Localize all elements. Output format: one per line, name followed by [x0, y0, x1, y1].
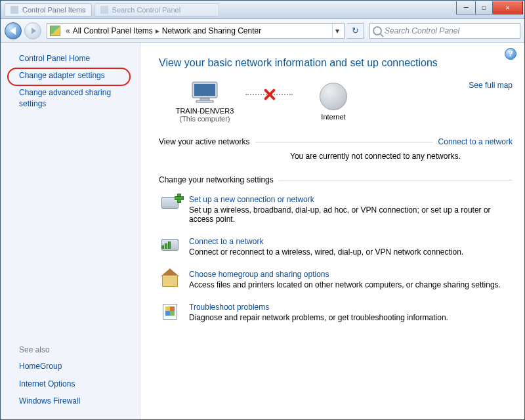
- back-button[interactable]: [5, 22, 22, 39]
- active-networks-section: View your active networks Connect to a n…: [159, 137, 513, 161]
- task-list: Set up a new connection or network Set u…: [159, 188, 513, 329]
- tab-label: Control Panel Items: [22, 6, 86, 14]
- arrow-right-icon: [32, 28, 36, 34]
- homegroup-icon: [159, 270, 181, 288]
- close-button[interactable]: ✕: [493, 1, 523, 14]
- task-setup-connection: Set up a new connection or network Set u…: [159, 188, 513, 230]
- maximize-button[interactable]: ☐: [476, 1, 493, 14]
- main-panel: ? View your basic network information an…: [140, 43, 524, 419]
- arrow-left-icon: [10, 27, 16, 35]
- connect-network-icon: [159, 237, 181, 255]
- network-map-row: TRAIN-DENVER3 (This computer) Internet S…: [159, 81, 513, 123]
- help-icon[interactable]: ?: [505, 48, 516, 60]
- troubleshoot-icon: [159, 303, 181, 321]
- task-troubleshoot: Troubleshoot problems Diagnose and repai…: [159, 296, 513, 329]
- breadcrumb-chevrons: «: [63, 26, 73, 35]
- tab-icon: [100, 6, 108, 14]
- sidebar-link-home[interactable]: Control Panel Home: [19, 53, 131, 64]
- internet-label: Internet: [294, 113, 373, 121]
- divider: [279, 180, 513, 180]
- task-link-setup[interactable]: Set up a new connection or network: [189, 195, 314, 204]
- task-desc: Set up a wireless, broadband, dial-up, a…: [189, 205, 513, 224]
- window-titlebar: Control Panel Items Search Control Panel…: [1, 1, 524, 19]
- connection-status: [245, 81, 293, 123]
- sidebar-link-inetopt[interactable]: Internet Options: [19, 379, 131, 389]
- window: Control Panel Items Search Control Panel…: [0, 0, 525, 420]
- task-link-connect[interactable]: Connect to a network: [189, 237, 263, 246]
- network-map: TRAIN-DENVER3 (This computer) Internet: [165, 81, 373, 123]
- search-field[interactable]: Search Control Panel: [369, 23, 520, 39]
- map-internet: Internet: [294, 83, 373, 121]
- tab-icon: [10, 6, 18, 14]
- sidebar-link-adapter[interactable]: Change adapter settings: [19, 70, 131, 81]
- sidebar: Control Panel Home Change adapter settin…: [1, 43, 140, 419]
- see-also-section: See also HomeGroup Internet Options Wind…: [19, 331, 131, 413]
- control-panel-icon: [50, 26, 60, 36]
- map-this-computer: TRAIN-DENVER3 (This computer): [165, 81, 244, 123]
- see-also-header: See also: [19, 345, 131, 354]
- task-desc: Diagnose and repair network problems, or…: [189, 313, 448, 322]
- computer-icon: [190, 81, 220, 103]
- titlebar-tab-1[interactable]: Control Panel Items: [5, 3, 92, 16]
- computer-name: TRAIN-DENVER3: [165, 107, 244, 115]
- sidebar-link-advanced[interactable]: Change advanced sharing settings: [19, 87, 131, 108]
- change-settings-section: Change your networking settings Set up a…: [159, 175, 513, 329]
- nav-row: « All Control Panel Items ▸ Network and …: [1, 19, 524, 43]
- search-placeholder: Search Control Panel: [385, 26, 459, 35]
- breadcrumb-sep-icon[interactable]: ▸: [153, 26, 162, 35]
- window-buttons: ─ ☐ ✕: [456, 1, 523, 14]
- svg-rect-3: [196, 100, 213, 102]
- breadcrumb-item-network[interactable]: Network and Sharing Center: [162, 26, 261, 35]
- task-desc: Connect or reconnect to a wireless, wire…: [189, 247, 463, 257]
- address-dropdown-icon[interactable]: ▾: [332, 24, 341, 38]
- titlebar-tabs: Control Panel Items Search Control Panel: [1, 3, 456, 16]
- address-bar[interactable]: « All Control Panel Items ▸ Network and …: [47, 23, 345, 39]
- task-connect-network: Connect to a network Connect or reconnec…: [159, 230, 513, 263]
- forward-button[interactable]: [24, 22, 41, 39]
- change-settings-title: Change your networking settings: [159, 175, 274, 184]
- page-title: View your basic network information and …: [159, 57, 513, 69]
- nav-buttons: [5, 22, 44, 40]
- setup-connection-icon: [159, 195, 181, 213]
- minimize-button[interactable]: ─: [456, 1, 476, 14]
- active-networks-title: View your active networks: [159, 137, 250, 146]
- task-homegroup: Choose homegroup and sharing options Acc…: [159, 263, 513, 296]
- sidebar-link-firewall[interactable]: Windows Firewall: [19, 396, 131, 406]
- globe-icon: [320, 83, 347, 110]
- tab-label: Search Control Panel: [112, 6, 181, 14]
- content-area: Control Panel Home Change adapter settin…: [1, 43, 524, 419]
- search-icon: [373, 26, 382, 35]
- svg-rect-1: [194, 84, 215, 96]
- computer-sub: (This computer): [165, 115, 244, 123]
- task-link-homegroup[interactable]: Choose homegroup and sharing options: [189, 270, 329, 279]
- connect-network-link[interactable]: Connect to a network: [438, 137, 513, 146]
- breadcrumb-item-all[interactable]: All Control Panel Items: [73, 26, 153, 35]
- disconnected-x-icon: [262, 87, 276, 102]
- task-link-troubleshoot[interactable]: Troubleshoot problems: [189, 303, 269, 312]
- divider: [255, 142, 433, 142]
- titlebar-tab-2[interactable]: Search Control Panel: [94, 3, 219, 16]
- task-desc: Access files and printers located on oth…: [189, 280, 501, 289]
- not-connected-text: You are currently not connected to any n…: [159, 146, 513, 161]
- refresh-button[interactable]: ↻: [347, 23, 364, 39]
- sidebar-link-homegroup[interactable]: HomeGroup: [19, 361, 131, 371]
- see-full-map-link[interactable]: See full map: [469, 81, 513, 90]
